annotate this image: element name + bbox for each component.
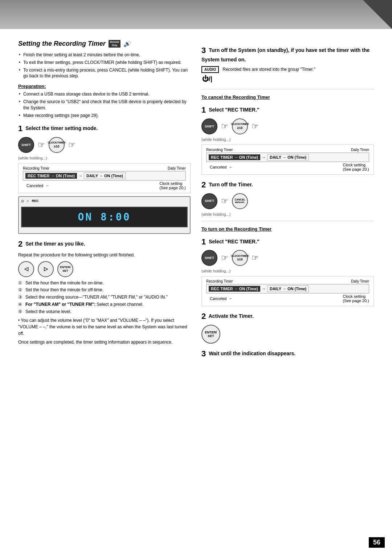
display-box: ON 8:00 bbox=[21, 207, 188, 227]
turn-on-timer-flow-row: REC TIMER → ON (Time) → DAILY → ON (Time… bbox=[206, 284, 369, 293]
turn-on-recording-timer-label: To turn on the Recording Timer bbox=[201, 226, 374, 232]
daily-box: DAILY → ON (Time) bbox=[84, 173, 126, 179]
cancel2-shift-btn-icon: SHIFT bbox=[201, 193, 217, 209]
cancel-shift-btn-icon: SHIFT bbox=[201, 118, 217, 134]
prep-bullet-item: Connect a USB mass storage class device … bbox=[18, 91, 191, 97]
display-container: ⊙ ÷ REC ON 8:00 bbox=[18, 196, 191, 234]
activate-enter-btn-icon: ENTER/ SET bbox=[201, 325, 220, 344]
turn-on-rec-timer-box: REC TIMER → ON (Time) bbox=[209, 286, 260, 292]
cancel-canceled-row: Canceled ← Clock setting (See page 20.) bbox=[206, 163, 369, 171]
top-banner bbox=[0, 0, 392, 29]
cancel-button-icon: CANCEL MENU/PL bbox=[232, 193, 248, 209]
enter-set-btn-icon: ENTER/ SET bbox=[57, 261, 73, 277]
clock-setting-text: Clock setting (See page 20.) bbox=[159, 181, 186, 190]
turn-on-back-arrow: ← bbox=[229, 296, 233, 301]
timer-flow-row: REC TIMER → ON (Time) → DAILY → ON (Time… bbox=[23, 171, 186, 181]
turn-on-timer-flow-labels: Recording Timer Daily Timer bbox=[206, 279, 369, 283]
cancel-clock-setting: Clock setting (See page 20.) bbox=[343, 163, 369, 171]
activate-btn-diagram: ENTER/ SET bbox=[201, 325, 374, 344]
finger-icon4: ☞ bbox=[252, 122, 259, 131]
finger-icon6: ☞ bbox=[221, 253, 228, 263]
cancel-rec-timer-box: REC TIMER → ON (Time) bbox=[209, 154, 260, 160]
right-column: 3 Turn off the System (on standby), if y… bbox=[201, 40, 374, 361]
sub-step-item: ②Set the hour then the minute for off-ti… bbox=[18, 287, 191, 293]
finger-icon: ☞ bbox=[38, 140, 45, 150]
volume-note: • You can adjust the volume level ("0" t… bbox=[18, 317, 191, 337]
cancel-while-holding2: (while holding...) bbox=[201, 212, 374, 216]
prep-bullet-item: Make recording settings (see page 29). bbox=[18, 113, 191, 119]
sub-step-item: ①Set the hour then the minute for on-tim… bbox=[18, 280, 191, 286]
divider1 bbox=[201, 89, 374, 89]
sub-step-item: ⑤Select the volume level. bbox=[18, 309, 191, 315]
audio-badge-container: AUDIO ⏻/| bbox=[201, 66, 219, 85]
finger-icon7: ☞ bbox=[252, 253, 259, 263]
canceled-text-right2: Canceled bbox=[210, 296, 226, 301]
rec-timer-box: REC TIMER → ON (Time) bbox=[25, 173, 77, 179]
divider2 bbox=[201, 221, 374, 221]
cancel-step1-heading: 1 Select "REC TIMER." bbox=[201, 105, 374, 116]
step2-heading: 2 Set the timer as you like. bbox=[18, 239, 191, 250]
turn-on-shift-btn-icon: SHIFT bbox=[201, 250, 217, 266]
wait-step3-heading: 3 Wait until the indication disappears. bbox=[201, 349, 374, 359]
cancel-timer-flow-row: REC TIMER → ON (Time) → DAILY → ON (Time… bbox=[206, 153, 369, 162]
section-title-text: Setting the Recording Timer bbox=[18, 40, 106, 48]
display-top-icons: ⊙ ÷ REC bbox=[21, 199, 188, 203]
sub-steps-list: ①Set the hour then the minute for on-tim… bbox=[18, 280, 191, 315]
bullet-item: To exit the timer settings, press CLOCK/… bbox=[18, 60, 191, 66]
turn-on-while-holding: (while holding...) bbox=[201, 269, 374, 273]
step1-heading: 1 Select the timer setting mode. bbox=[18, 123, 191, 134]
while-holding-text: (while holding...) bbox=[18, 156, 191, 160]
sound-icon: 🔊 bbox=[123, 40, 131, 47]
sub-step-item: ④For "TUNER AM" or "TUNER FM": Select a … bbox=[18, 301, 191, 308]
cancel-recording-timer-label: To cancel the Recording Timer bbox=[201, 94, 374, 100]
prep-bullet-item: Change the source to "USB2" and check th… bbox=[18, 99, 191, 111]
step2-body-text: Repeat the procedure for the following s… bbox=[18, 252, 191, 258]
turn-on-daily-box: DAILY → ON (Time) bbox=[267, 285, 309, 292]
audio-badge: AUDIO bbox=[201, 66, 219, 73]
canceled-text-left: Canceled bbox=[26, 183, 43, 188]
audio-badge-row: AUDIO ⏻/| Recorded files are stored into… bbox=[201, 66, 374, 85]
finger-icon3: ☞ bbox=[221, 122, 228, 131]
turn-on-clock-setting: Clock setting (See page 20.) bbox=[343, 294, 369, 303]
turn-on-clock-btn-icon: CLOCK/TIMER ≥10 bbox=[232, 250, 248, 266]
cancel-timer-flow-labels: Recording Timer Daily Timer bbox=[206, 148, 369, 152]
canceled-text-right1: Canceled bbox=[210, 165, 226, 169]
activate-step2-heading: 2 Activate the Timer. bbox=[201, 311, 374, 322]
timer-flow-diagram: Recording Timer Daily Timer REC TIMER → … bbox=[18, 163, 191, 193]
back-arrow-icon: ← bbox=[45, 183, 49, 188]
preparation-label: Preparation: bbox=[18, 84, 191, 89]
cancel-back-arrow: ← bbox=[229, 165, 233, 169]
once-settings-text: Once settings are completed, the timer s… bbox=[18, 339, 191, 345]
audio-label: AUDIO bbox=[204, 68, 216, 72]
remote-only-badge: Remote Only bbox=[109, 40, 121, 48]
recorded-text: Recorded files are stored into the group… bbox=[222, 66, 315, 73]
prep-bullets: Connect a USB mass storage class device … bbox=[18, 91, 191, 118]
turn-on-canceled-row: Canceled ← Clock setting (See page 20.) bbox=[206, 294, 369, 303]
arrow-right-btn-icon: ▷ bbox=[38, 261, 54, 277]
cancel-clock-btn-icon: CLOCK/TIMER ≥10 bbox=[232, 118, 248, 134]
bullet-item: To correct a mis-entry during process, p… bbox=[18, 67, 191, 80]
cancel-timer-flow-diagram: Recording Timer Daily Timer REC TIMER → … bbox=[201, 145, 374, 175]
left-column: Setting the Recording Timer Remote Only … bbox=[18, 40, 191, 361]
power-icon: ⏻/| bbox=[201, 73, 213, 85]
step1-btn-diagram: SHIFT ☞ CLOCK/TIMER ≥10 ☞ bbox=[18, 137, 191, 153]
page-number: 56 bbox=[369, 537, 385, 548]
sub-step-item: ③Select the recording source—"TUNER AM,"… bbox=[18, 294, 191, 300]
cancel-step1-btn-diagram: SHIFT ☞ CLOCK/TIMER ≥10 ☞ bbox=[201, 118, 374, 134]
cancel-daily-box: DAILY → ON (Time) bbox=[267, 154, 309, 161]
banner-triangle bbox=[363, 0, 392, 29]
cancel-step2-btn-diagram: SHIFT ☞ CANCEL MENU/PL bbox=[201, 193, 374, 209]
finger-icon5: ☞ bbox=[221, 197, 228, 206]
main-content: Setting the Recording Timer Remote Only … bbox=[0, 29, 392, 383]
canceled-row: Canceled ← Clock setting (See page 20.) bbox=[23, 181, 186, 190]
timer-flow-labels: Recording Timer Daily Timer bbox=[23, 166, 186, 170]
turn-on-step1-heading: 1 Select "REC TIMER." bbox=[201, 237, 374, 247]
step3-heading: 3 Turn off the System (on standby), if y… bbox=[201, 45, 374, 63]
turn-on-timer-flow-diagram: Recording Timer Daily Timer REC TIMER → … bbox=[201, 276, 374, 306]
section-title: Setting the Recording Timer Remote Only … bbox=[18, 40, 191, 48]
arrow-left-btn-icon: ◁ bbox=[18, 261, 34, 277]
intro-bullets: Finish the timer setting at least 2 minu… bbox=[18, 52, 191, 79]
clock-timer-button-icon: CLOCK/TIMER ≥10 bbox=[49, 137, 65, 153]
shift-button-icon: SHIFT bbox=[18, 137, 34, 153]
step2-btn-diagram: ◁ ▷ ENTER/ SET bbox=[18, 261, 191, 277]
